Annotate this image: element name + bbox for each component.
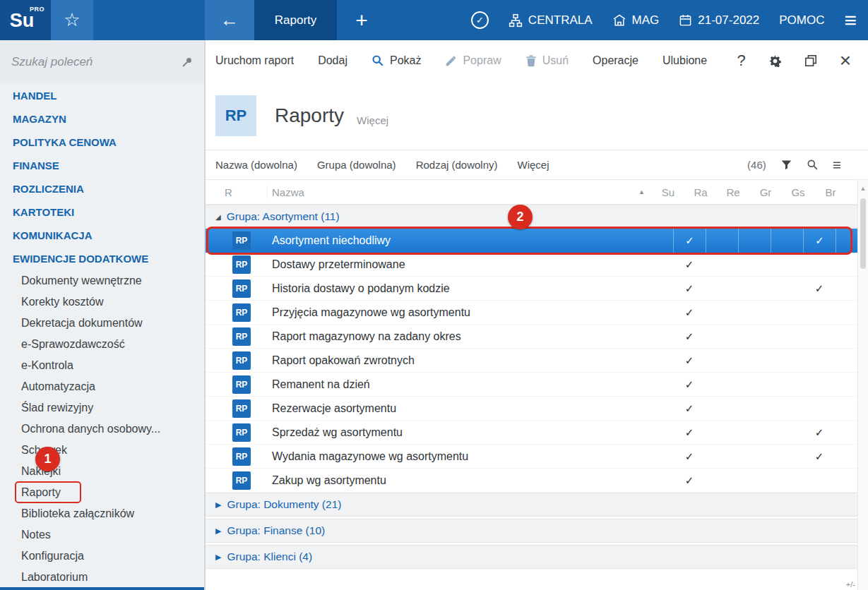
sidebar-category-ewidencje-dodatkowe[interactable]: EWIDENCJE DODATKOWE (0, 247, 204, 270)
column-header-re[interactable]: Re (717, 186, 749, 198)
close-button[interactable]: × (840, 51, 851, 71)
help-button[interactable]: ? (737, 52, 745, 70)
sidebar-item-schowek[interactable]: Schowek (0, 440, 204, 461)
column-header-br[interactable]: Br (814, 186, 847, 198)
check-cell-gs: ✓ (803, 282, 836, 295)
report-row-raport-magazynowy-na-zadany-okres[interactable]: RPRaport magazynowy na zadany okres✓ (206, 325, 868, 349)
group-collapsed-icon[interactable]: ▶ (215, 553, 221, 562)
operations-button[interactable]: Operacje (593, 54, 638, 67)
sidebar-category-magazyn[interactable]: MAGAZYN (0, 107, 204, 131)
show-button[interactable]: Pokaż (371, 54, 421, 67)
report-row-dostawy-przeterminowane[interactable]: RPDostawy przeterminowane✓ (206, 253, 868, 277)
group-expanded-icon[interactable]: ◢ (215, 213, 221, 221)
favorites-button[interactable]: Ulubione (662, 54, 707, 67)
column-header-gr[interactable]: Gr (749, 186, 782, 198)
topbar-right: ✓ CENTRALA MAG 21-07-2022 POMOC ≡ (471, 0, 868, 40)
group-row-grupa-finanse-10[interactable]: ▶Grupa: Finanse (10) (206, 519, 868, 543)
sidebar-subitems: Dokumenty wewnętrzneKorekty kosztówDekre… (0, 270, 204, 588)
sidebar-item-naklejki[interactable]: Naklejki (0, 461, 204, 482)
sidebar-item-dekretacja-dokumentow[interactable]: Dekretacja dokumentów (0, 313, 204, 334)
favorites-star-button[interactable]: ☆ (51, 0, 93, 40)
report-row-przyjecia-magazynowe-wg-asortymentu[interactable]: RPPrzyjęcia magazynowe wg asortymentu✓ (206, 301, 868, 325)
column-header-icon[interactable]: R (206, 185, 268, 199)
toolbar-right: ? × (737, 51, 858, 71)
report-row-wydania-magazynowe-wg-asortymentu[interactable]: RPWydania magazynowe wg asortymentu✓✓ (206, 445, 868, 469)
column-header-gs[interactable]: Gs (782, 186, 814, 198)
report-row-asortyment-niechodliwy[interactable]: RPAsortyment niechodliwy✓✓ (206, 229, 868, 253)
date-selector[interactable]: 21-07-2022 (679, 13, 759, 28)
pin-icon[interactable] (182, 56, 193, 68)
vertical-scrollbar[interactable]: ▲ (857, 180, 868, 590)
scroll-up-arrow-icon[interactable]: ▲ (858, 180, 868, 192)
sidebar-category-komunikacja[interactable]: KOMUNIKACJA (0, 224, 204, 247)
view-options-button[interactable]: ≡ (833, 157, 841, 174)
sidebar-item-automatyzacja[interactable]: Automatyzacja (0, 376, 204, 397)
report-row-historia-dostawy-o-podanym-kodzie[interactable]: RPHistoria dostawy o podanym kodzie✓✓ (206, 277, 868, 301)
command-search-input[interactable] (11, 55, 182, 69)
filter-group[interactable]: Grupa (dowolna) (317, 159, 396, 171)
add-button[interactable]: Dodaj (318, 54, 347, 67)
column-header-ra[interactable]: Ra (684, 186, 717, 198)
report-row-zakup-wg-asortymentu[interactable]: RPZakup wg asortymentu✓ (206, 469, 868, 493)
annotation-step-1: 1 (35, 447, 60, 471)
sidebar-item-raporty[interactable]: Raporty (0, 482, 204, 503)
group-row-grupa-klienci-4[interactable]: ▶Grupa: Klienci (4) (206, 545, 868, 569)
edit-button[interactable]: Popraw (445, 54, 501, 67)
delete-button[interactable]: Usuń (525, 54, 569, 67)
main-menu-button[interactable]: ≡ (844, 10, 857, 31)
group-row-grupa-asortyment-11[interactable]: ◢Grupa: Asortyment (11) (206, 205, 868, 229)
sidebar-category-finanse[interactable]: FINANSE (0, 154, 204, 177)
help-menu-button[interactable]: POMOC (779, 13, 824, 28)
sidebar-item-notes[interactable]: Notes (0, 524, 204, 546)
column-header-name[interactable]: Nazwa ▲ (268, 186, 652, 198)
group-label: Grupa: Dokumenty (21) (227, 498, 341, 511)
search-icon[interactable] (807, 159, 819, 171)
new-tab-button[interactable]: + (337, 0, 386, 40)
sidebar-item-dokumenty-wewnetrzne[interactable]: Dokumenty wewnętrzne (0, 270, 204, 291)
more-link[interactable]: Więcej (357, 114, 388, 126)
sidebar-category-rozliczenia[interactable]: ROZLICZENIA (0, 177, 204, 200)
report-row-remanent-na-dzien[interactable]: RPRemanent na dzień✓ (206, 373, 868, 397)
group-collapsed-icon[interactable]: ▶ (215, 526, 221, 536)
module-header: RP Raporty Więcej (206, 81, 868, 150)
cascade-windows-icon[interactable] (804, 54, 817, 67)
sidebar-item-e-sprawozdawczosc[interactable]: e-Sprawozdawczość (0, 334, 204, 355)
warehouse-selector[interactable]: MAG (612, 13, 660, 28)
branch-selector[interactable]: CENTRALA (509, 13, 593, 28)
row-icon-cell: RP (206, 303, 268, 322)
check-cell-su: ✓ (673, 229, 706, 253)
scrollbar-thumb[interactable] (860, 198, 866, 269)
report-name: Raport opakowań zwrotnych (268, 354, 673, 367)
back-button[interactable]: ← (205, 0, 254, 40)
status-check-button[interactable]: ✓ (471, 11, 489, 29)
sidebar-item-korekty-kosztow[interactable]: Korekty kosztów (0, 291, 204, 313)
sidebar-category-handel[interactable]: HANDEL (0, 84, 204, 107)
report-type-icon: RP (232, 303, 251, 322)
tab-raporty[interactable]: Raporty (254, 0, 337, 40)
sidebar-category-polityka-cenowa[interactable]: POLITYKA CENOWA (0, 131, 204, 154)
filter-name[interactable]: Nazwa (dowolna) (215, 159, 297, 171)
sidebar-item-biblioteka-zalacznikow[interactable]: Biblioteka załączników (0, 503, 204, 524)
filter-funnel-icon[interactable] (780, 159, 792, 171)
group-row-grupa-dokumenty-21[interactable]: ▶Grupa: Dokumenty (21) (206, 493, 868, 517)
report-row-sprzedaz-wg-asortymentu[interactable]: RPSprzedaż wg asortymentu✓✓ (206, 421, 868, 445)
app-logo[interactable]: Su PRO (0, 0, 51, 40)
sidebar-item-slad-rewizyjny[interactable]: Ślad rewizyjny (0, 397, 204, 419)
filter-more[interactable]: Więcej (518, 159, 549, 171)
report-name: Sprzedaż wg asortymentu (268, 426, 673, 439)
column-header-su[interactable]: Su (652, 186, 684, 198)
sidebar-item-konfiguracja[interactable]: Konfiguracja (0, 546, 204, 567)
row-icon-cell: RP (206, 231, 268, 250)
run-report-button[interactable]: Uruchom raport (215, 54, 294, 67)
group-collapsed-icon[interactable]: ▶ (215, 500, 221, 510)
edit-label: Popraw (463, 54, 501, 67)
report-row-raport-opakowan-zwrotnych[interactable]: RPRaport opakowań zwrotnych✓ (206, 349, 868, 373)
settings-gear-icon[interactable] (768, 54, 782, 68)
sidebar-item-e-kontrola[interactable]: e-Kontrola (0, 355, 204, 376)
sidebar-category-kartoteki[interactable]: KARTOTEKI (0, 200, 204, 224)
sidebar-item-laboratorium[interactable]: Laboratorium (0, 567, 204, 588)
row-icon-cell: RP (206, 423, 268, 442)
sidebar-item-ochrona-danych-osobowy[interactable]: Ochrona danych osobowy... (0, 419, 204, 440)
report-row-rezerwacje-asortymentu[interactable]: RPRezerwacje asortymentu✓ (206, 397, 868, 421)
filter-kind[interactable]: Rodzaj (dowolny) (416, 159, 498, 171)
